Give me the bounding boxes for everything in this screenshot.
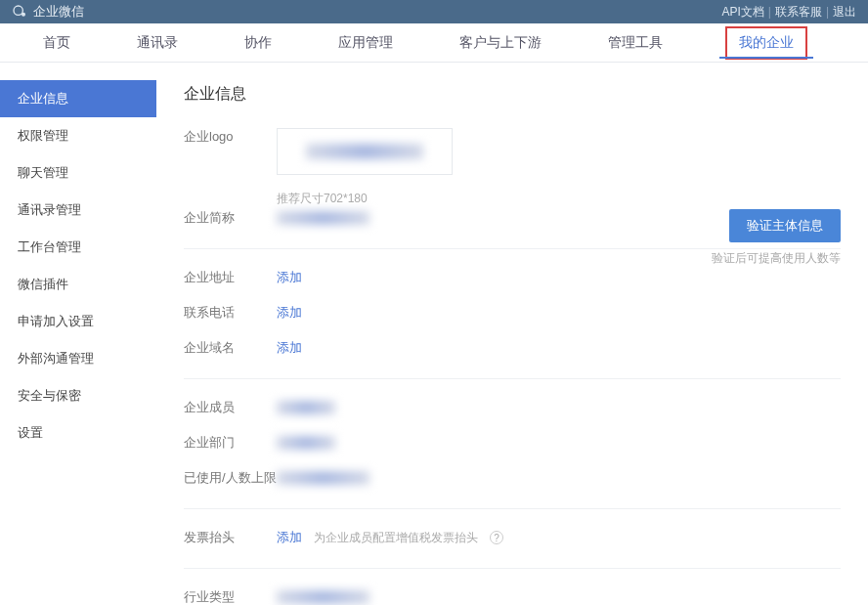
- sidebar-item-company-info[interactable]: 企业信息: [0, 80, 156, 117]
- sidebar: 企业信息 权限管理 聊天管理 通讯录管理 工作台管理 微信插件 申请加入设置 外…: [0, 63, 156, 605]
- row-invoice: 发票抬头 添加 为企业成员配置增值税发票抬头 ?: [184, 527, 841, 548]
- page-title: 企业信息: [184, 84, 841, 105]
- add-phone-link[interactable]: 添加: [277, 304, 302, 322]
- verify-button[interactable]: 验证主体信息: [729, 209, 841, 242]
- nav-my-enterprise[interactable]: 我的企业: [725, 26, 807, 60]
- sidebar-item-settings[interactable]: 设置: [0, 414, 156, 452]
- row-address: 企业地址 添加: [184, 267, 841, 288]
- redacted-logo: [306, 144, 423, 159]
- sidebar-item-contacts-mgmt[interactable]: 通讯录管理: [0, 192, 156, 229]
- sidebar-item-external-comm[interactable]: 外部沟通管理: [0, 340, 156, 377]
- nav-contacts[interactable]: 通讯录: [133, 24, 182, 62]
- main-panel: 企业信息 企业logo 推荐尺寸702*180 验证主体信息 验证后可提高使用人…: [156, 63, 868, 605]
- logo-size-hint: 推荐尺寸702*180: [277, 191, 841, 207]
- sidebar-item-chat[interactable]: 聊天管理: [0, 154, 156, 192]
- nav-home[interactable]: 首页: [39, 24, 74, 62]
- content-container: 企业信息 权限管理 聊天管理 通讯录管理 工作台管理 微信插件 申请加入设置 外…: [0, 63, 868, 605]
- row-logo: 企业logo: [184, 128, 841, 177]
- product-name: 企业微信: [33, 3, 84, 21]
- invoice-hint: 为企业成员配置增值税发票抬头: [314, 530, 478, 546]
- label-logo: 企业logo: [184, 128, 277, 146]
- top-header: 企业微信 API文档 | 联系客服 | 退出: [0, 0, 868, 23]
- add-domain-link[interactable]: 添加: [277, 339, 302, 357]
- sidebar-item-security[interactable]: 安全与保密: [0, 377, 156, 414]
- redacted-value: [277, 436, 335, 450]
- verify-hint: 验证后可提高使用人数等: [712, 250, 841, 267]
- main-nav: 首页 通讯录 协作 应用管理 客户与上下游 管理工具 我的企业: [0, 23, 868, 63]
- svg-point-1: [22, 13, 25, 16]
- redacted-value: [277, 401, 335, 414]
- sidebar-item-permissions[interactable]: 权限管理: [0, 117, 156, 154]
- nav-tools[interactable]: 管理工具: [604, 24, 667, 62]
- nav-collab[interactable]: 协作: [240, 24, 276, 62]
- logout-link[interactable]: 退出: [833, 4, 856, 21]
- nav-customers[interactable]: 客户与上下游: [456, 24, 545, 62]
- sidebar-item-workbench[interactable]: 工作台管理: [0, 229, 156, 266]
- add-address-link[interactable]: 添加: [277, 269, 302, 286]
- sidebar-item-join-settings[interactable]: 申请加入设置: [0, 303, 156, 340]
- row-phone: 联系电话 添加: [184, 302, 841, 324]
- redacted-value: [277, 471, 369, 485]
- header-links: API文档 | 联系客服 | 退出: [721, 4, 856, 21]
- verify-area: 验证主体信息 验证后可提高使用人数等: [712, 209, 841, 267]
- svg-point-0: [14, 6, 22, 15]
- wechat-work-icon: [12, 4, 27, 20]
- row-industry: 行业类型: [184, 586, 841, 605]
- add-invoice-link[interactable]: 添加: [277, 529, 302, 546]
- nav-apps[interactable]: 应用管理: [334, 24, 397, 62]
- help-icon[interactable]: ?: [490, 531, 503, 544]
- logo-preview[interactable]: [277, 128, 453, 175]
- support-link[interactable]: 联系客服: [775, 4, 822, 21]
- product-logo: 企业微信: [12, 3, 84, 21]
- sidebar-item-wechat-plugin[interactable]: 微信插件: [0, 266, 156, 303]
- redacted-value: [277, 590, 369, 604]
- row-domain: 企业域名 添加: [184, 337, 841, 359]
- redacted-value: [277, 211, 369, 225]
- row-depts: 企业部门: [184, 432, 841, 454]
- row-quota: 已使用/人数上限: [184, 467, 841, 489]
- api-docs-link[interactable]: API文档: [721, 4, 763, 21]
- row-members: 企业成员: [184, 397, 841, 418]
